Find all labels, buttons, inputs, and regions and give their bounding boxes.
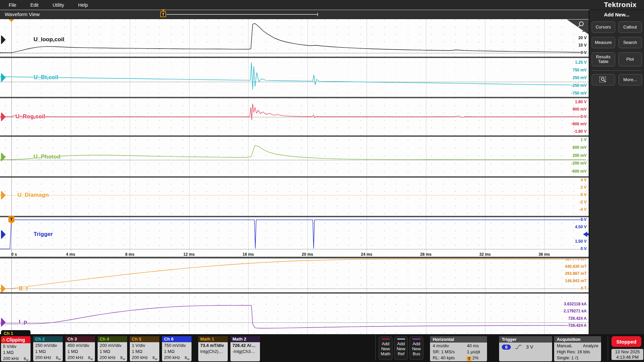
tick-label: -1.80 V <box>574 129 587 134</box>
time-tick-label: 8 ms <box>125 252 134 257</box>
channel-label-U_Bt,coil[interactable]: U_Bt,coil <box>34 74 58 81</box>
add-new-ref-button[interactable]: AddNewRef <box>394 337 408 360</box>
badge-row: 200 kHzBW <box>130 354 159 361</box>
bottom-badge-math1[interactable]: Math 173.4 mT/divIntg(Ch2)… <box>198 336 228 361</box>
waveform-graticule[interactable]: 3020 V10 V0 VC 120 VU_loop,coil1.25 V750… <box>0 19 589 334</box>
badge-row: 1 MΩ <box>1 349 31 355</box>
run-stop-status[interactable]: Stopped <box>611 336 641 347</box>
horizontal-scale: 4 ms/div <box>433 343 467 349</box>
slice-c3: 1.80 V900 mV0 V-900 mV-1.80 V <box>0 98 589 136</box>
time-tick-label: 0 s <box>11 252 17 257</box>
bottom-badge-ch5[interactable]: Ch 51 V/div1 MΩ200 kHzBW <box>130 336 159 361</box>
badge-row: 200 kHzBW <box>65 354 95 361</box>
channel-label-Trigger[interactable]: Trigger <box>34 231 53 238</box>
time-tick-label: 28 ms <box>420 252 431 257</box>
tick-label: 1.50 V <box>575 239 587 244</box>
bottom-badge-ch3[interactable]: Ch 3450 mV/div1 MΩ200 kHzBW <box>65 336 95 361</box>
oscilloscope-app: File Edit Utility Help Tektronix Wavefor… <box>0 0 644 362</box>
date-value: 13 Nov 2025 <box>611 349 643 355</box>
tektronix-logo: Tektronix <box>604 1 637 9</box>
channel-label-U_Diamagn[interactable]: U_Diamagn <box>17 192 49 198</box>
slice-c6: 6 V4.50 V1.50 V0 V <box>0 217 589 251</box>
zoom-region-button[interactable] <box>592 74 615 85</box>
plot-button[interactable]: Plot <box>619 52 642 66</box>
search-button[interactable]: Search <box>619 37 642 48</box>
warning-icon: ⚠ <box>2 337 6 342</box>
badge-row: 1 MΩ <box>33 348 63 354</box>
horizontal-pane[interactable]: Horizontal 4 ms/div40 ms SR: 1 MS/s1 µs/… <box>430 336 487 361</box>
badge-header: Ch 3 <box>65 336 95 342</box>
bottom-badge-ch6[interactable]: Ch 6750 mV/div1 MΩ200 kHzBW <box>162 336 192 361</box>
sample-rate: SR: 1 MS/s <box>433 349 467 355</box>
badge-row: 1 MΩ <box>65 348 95 354</box>
results-table-button[interactable]: Results Table <box>592 52 615 66</box>
tick-label: 0 T <box>581 286 587 291</box>
channel-label-B_t[interactable]: B_t <box>19 285 28 292</box>
menu-utility[interactable]: Utility <box>53 2 64 8</box>
trigger-source-flag[interactable]: T <box>8 216 14 222</box>
bottom-badge-math2[interactable]: Math 2726.42 A/…-Intg(Ch3… <box>230 336 260 361</box>
trace-U_loop,coil <box>0 19 589 57</box>
acq-resolution: High Res: 16 bits <box>554 349 601 355</box>
record-view-trigger-icon[interactable]: T <box>160 11 166 17</box>
button-stripe <box>413 339 421 340</box>
record-view-bar[interactable] <box>166 14 318 15</box>
view-title: Waveform View <box>5 11 40 17</box>
menu-file[interactable]: File <box>9 2 16 8</box>
cursors-button[interactable]: Cursors <box>592 21 615 33</box>
trigger-pane[interactable]: Trigger 6 3 V <box>499 336 552 361</box>
trigger-source-badge: 6 <box>502 345 511 350</box>
datetime-display[interactable]: 13 Nov 2025 4:13:46 PM <box>611 349 643 360</box>
channel-label-I_p[interactable]: I_p <box>19 319 27 325</box>
button-stripe <box>382 339 390 340</box>
tick-label: 4 V <box>581 178 587 182</box>
tick-label: 750 mV <box>573 68 587 72</box>
tick-label: 0 V <box>581 50 587 55</box>
acquisition-pane[interactable]: Acquisition Manual,Analyze High Res: 16 … <box>554 336 601 361</box>
time-tick-label: 12 ms <box>183 252 195 257</box>
menu-help[interactable]: Help <box>78 2 88 8</box>
bottom-badge-ch2[interactable]: Ch 2250 mV/div1 MΩ200 kHzBW <box>33 336 63 361</box>
tick-label: 250 mV <box>573 75 587 80</box>
add-new-math-button[interactable]: AddNewMath <box>379 337 392 360</box>
tick-label: 3.632118 kA <box>564 302 587 306</box>
record-length: RL: 40 kpts <box>433 355 467 361</box>
bandwidth-limit-icon: BW <box>185 356 190 360</box>
trace-U_Rog,coil <box>0 98 589 136</box>
measure-button[interactable]: Measure <box>592 37 615 48</box>
record-view-right-cap[interactable] <box>317 13 318 16</box>
time-tick-label: 36 ms <box>538 252 550 257</box>
tick-label: -2 V <box>579 200 587 204</box>
zero-line <box>0 195 589 195</box>
trigger-position-marker[interactable] <box>9 19 14 22</box>
acq-mode: Manual, <box>557 343 572 349</box>
more-button[interactable]: More... <box>619 74 642 85</box>
add-new-bus-button[interactable]: AddNewBus <box>410 337 423 360</box>
badge-header: Ch 6 <box>162 336 192 342</box>
tick-label: -726.424 A <box>567 323 587 328</box>
time-value: 4:13:46 PM <box>611 355 643 360</box>
bottom-badge-ch1[interactable]: ⚠Clipping5 V/div1 MΩ200 kHzBW <box>1 336 31 361</box>
channel-tab-ch1[interactable]: Ch 1 <box>1 330 31 336</box>
channel-label-U_Rog,coil[interactable]: U_Rog,coil <box>15 113 45 120</box>
trace-I_p <box>0 294 589 334</box>
tick-label: -4 V <box>579 207 587 212</box>
bottom-badge-ch4[interactable]: Ch 4200 mV/div1 MΩ200 kHzBW <box>98 336 127 361</box>
callout-button[interactable]: Callout <box>619 21 642 33</box>
slice-separator <box>0 176 589 178</box>
badge-row: 200 kHzBW <box>162 354 192 361</box>
badge-header: Ch 5 <box>130 336 159 342</box>
channel-label-U_Photod[interactable]: U_Photod <box>34 154 60 160</box>
trigger-position: T2% <box>467 355 479 361</box>
trigger-level-value: 3 V <box>526 344 533 350</box>
bandwidth-limit-icon: BW <box>120 356 125 360</box>
badge-row: 200 kHzBW <box>1 355 31 361</box>
tick-label: 20 V <box>578 36 587 40</box>
tick-label: 440.830 mT <box>565 264 587 269</box>
trigger-mini-icon: T <box>467 357 471 361</box>
tick-label: 2 V <box>581 185 587 190</box>
badge-row: 1 MΩ <box>162 348 192 354</box>
badge-row: 750 mV/div <box>162 342 192 348</box>
channel-label-U_loop,coil[interactable]: U_loop,coil <box>34 36 64 43</box>
menu-edit[interactable]: Edit <box>31 2 39 8</box>
